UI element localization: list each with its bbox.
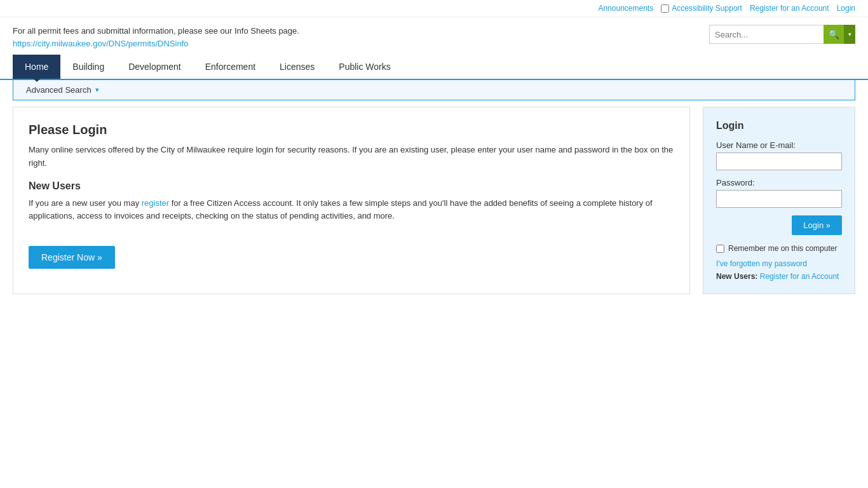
login-button[interactable]: Login » xyxy=(792,215,842,235)
username-label: User Name or E-mail: xyxy=(716,140,842,150)
advanced-search-bar: Advanced Search ▾ xyxy=(13,80,855,100)
nav-menu: Home Building Development Enforcement Li… xyxy=(13,55,855,79)
advanced-search-chevron-icon: ▾ xyxy=(95,86,99,94)
accessibility-item: Accessibility Support xyxy=(661,4,742,13)
register-link-top[interactable]: Register for an Account xyxy=(750,4,829,13)
remember-me-label: Remember me on this computer xyxy=(728,244,837,253)
accessibility-link[interactable]: Accessibility Support xyxy=(672,4,742,13)
password-input[interactable] xyxy=(716,190,842,208)
advanced-search-link[interactable]: Advanced Search xyxy=(26,85,92,95)
register-inline-link[interactable]: register xyxy=(142,198,169,208)
new-users-strong-label: New Users: xyxy=(716,272,757,281)
login-panel-title: Login xyxy=(716,120,842,132)
search-dropdown-button[interactable]: ▾ xyxy=(844,25,855,44)
info-text: For all permit fees and submittal inform… xyxy=(13,25,299,50)
remember-me-container: Remember me on this computer xyxy=(716,244,842,253)
left-panel: Please Login Many online services offere… xyxy=(13,107,690,294)
login-btn-container: Login » xyxy=(716,215,842,235)
right-panel: Login User Name or E-mail: Password: Log… xyxy=(703,107,855,294)
accessibility-checkbox[interactable] xyxy=(661,4,669,13)
login-link-top[interactable]: Login xyxy=(837,4,855,13)
nav-item-development[interactable]: Development xyxy=(116,55,193,79)
top-bar: Announcements Accessibility Support Regi… xyxy=(0,0,868,17)
new-users-title: New Users xyxy=(29,180,674,192)
nav-link-building[interactable]: Building xyxy=(60,55,116,79)
nav-link-public-works[interactable]: Public Works xyxy=(327,55,402,79)
nav-link-licenses[interactable]: Licenses xyxy=(268,55,327,79)
nav-link-development[interactable]: Development xyxy=(116,55,193,79)
please-login-title: Please Login xyxy=(29,123,674,137)
search-button[interactable]: 🔍 xyxy=(824,25,844,44)
new-users-line: New Users: Register for an Account xyxy=(716,272,842,281)
nav-item-building[interactable]: Building xyxy=(60,55,116,79)
username-input[interactable] xyxy=(716,152,842,170)
info-link[interactable]: https://city.milwaukee.gov/DNS/permits/D… xyxy=(13,39,188,48)
new-users-text1: If you are a new user you may xyxy=(29,198,142,208)
nav-container: Home Building Development Enforcement Li… xyxy=(0,55,868,80)
nav-item-licenses[interactable]: Licenses xyxy=(268,55,327,79)
info-bar: For all permit fees and submittal inform… xyxy=(0,17,868,55)
password-label: Password: xyxy=(716,178,842,187)
nav-item-public-works[interactable]: Public Works xyxy=(327,55,402,79)
info-description: For all permit fees and submittal inform… xyxy=(13,26,299,36)
forgot-password-link[interactable]: I've forgotten my password xyxy=(716,259,842,268)
search-input[interactable] xyxy=(709,25,824,44)
new-users-description: If you are a new user you may register f… xyxy=(29,197,674,224)
search-container: 🔍 ▾ xyxy=(709,25,855,44)
nav-link-enforcement[interactable]: Enforcement xyxy=(193,55,268,79)
register-now-button[interactable]: Register Now » xyxy=(29,246,115,269)
remember-me-checkbox[interactable] xyxy=(716,245,724,253)
register-for-account-link[interactable]: Register for an Account xyxy=(760,272,839,281)
nav-item-enforcement[interactable]: Enforcement xyxy=(193,55,268,79)
nav-item-home[interactable]: Home xyxy=(13,55,60,79)
announcements-link[interactable]: Announcements xyxy=(598,4,653,13)
login-section: Please Login Many online services offere… xyxy=(0,107,868,294)
nav-link-home[interactable]: Home xyxy=(13,55,60,79)
login-description: Many online services offered by the City… xyxy=(29,144,674,170)
